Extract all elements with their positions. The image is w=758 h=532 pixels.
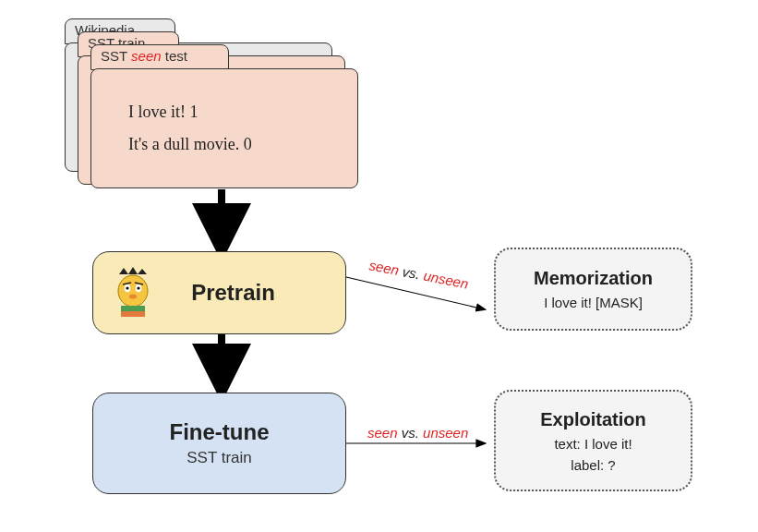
finetune-subtitle: SST train bbox=[186, 449, 252, 467]
bert-icon bbox=[110, 265, 156, 320]
edge-label-finetune: seen vs. unseen bbox=[367, 425, 468, 441]
finetune-title: Fine-tune bbox=[170, 419, 270, 445]
word-vs: vs. bbox=[397, 262, 425, 283]
svg-rect-10 bbox=[121, 311, 145, 317]
example-line: It's a dull movie. 0 bbox=[128, 135, 357, 154]
exploitation-title: Exploitation bbox=[540, 409, 645, 430]
word-seen: seen bbox=[367, 257, 400, 278]
arrow-corpus-to-pretrain bbox=[208, 189, 235, 254]
word-vs: vs. bbox=[398, 425, 424, 441]
exploitation-text: text: I love it! bbox=[554, 436, 632, 452]
word-seen: seen bbox=[367, 425, 398, 441]
label-suffix: test bbox=[162, 48, 187, 64]
example-line: I love it! 1 bbox=[128, 103, 357, 122]
word-unseen: unseen bbox=[422, 268, 470, 292]
memorization-title: Memorization bbox=[534, 268, 653, 289]
exploitation-box: Exploitation text: I love it! label: ? bbox=[494, 390, 692, 491]
svg-point-1 bbox=[118, 275, 148, 307]
pretrain-title: Pretrain bbox=[191, 280, 275, 306]
memorization-example: I love it! [MASK] bbox=[544, 295, 643, 310]
corpus-stack: Wikipedia SST train SST seen test I love… bbox=[65, 18, 342, 189]
exploitation-label: label: ? bbox=[571, 457, 615, 473]
svg-point-5 bbox=[137, 286, 139, 289]
folder-tab-sst-test: SST seen test bbox=[90, 44, 229, 70]
finetune-box: Fine-tune SST train bbox=[92, 393, 346, 494]
label-seen: seen bbox=[131, 48, 162, 64]
folder-body-sst-test: I love it! 1 It's a dull movie. 0 bbox=[90, 68, 358, 188]
word-unseen: unseen bbox=[423, 425, 468, 441]
svg-point-3 bbox=[126, 286, 128, 289]
label-prefix: SST bbox=[101, 48, 131, 64]
pretrain-box: Pretrain bbox=[92, 251, 346, 334]
edge-label-pretrain: seen vs. unseen bbox=[367, 257, 470, 292]
arrow-pretrain-to-finetune bbox=[208, 334, 235, 399]
svg-point-6 bbox=[129, 294, 137, 298]
svg-rect-9 bbox=[121, 306, 145, 311]
memorization-box: Memorization I love it! [MASK] bbox=[494, 248, 692, 331]
